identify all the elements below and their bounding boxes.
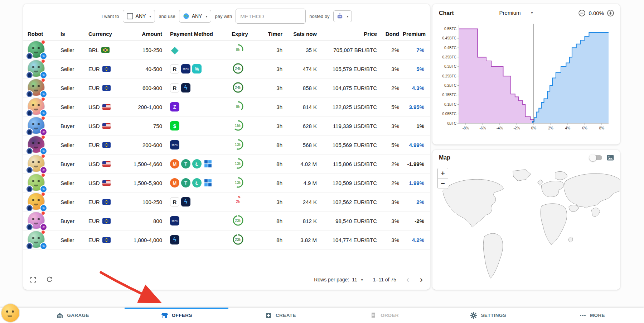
bottom-navigation-bar: GARAGE OFFERS CREATE ORDER SETTINGS MORE: [0, 308, 644, 323]
map-zoom-out-button[interactable]: −: [438, 179, 448, 189]
zoom-out-premium-icon[interactable]: [578, 9, 586, 17]
robot-avatar[interactable]: »: [28, 193, 45, 211]
status-dot: [42, 60, 45, 63]
map-zoom-control: + −: [437, 168, 448, 189]
zoom-in-premium-icon[interactable]: [607, 9, 614, 17]
expiry-ring: 24h: [232, 81, 244, 94]
flag-eu: [102, 142, 111, 148]
robot-avatar[interactable]: «: [28, 155, 45, 173]
robot-avatar[interactable]: »: [28, 174, 45, 192]
payment-method-icon-monero: M: [170, 159, 179, 168]
table-row[interactable]: »SellerEUR100-250Rϟ2h3h244 K102,562 EUR/…: [23, 193, 430, 212]
cell-bond: 2%: [381, 161, 403, 167]
column-header-robot[interactable]: Robot: [23, 31, 56, 37]
buy-sell-select[interactable]: ANY ▾: [123, 10, 155, 23]
seller-badge-icon: »: [40, 52, 47, 60]
tab-label: OFFERS: [172, 313, 192, 318]
cell-is: Buyer: [56, 123, 84, 129]
column-header-amount[interactable]: Amount: [120, 31, 166, 37]
tab-create[interactable]: CREATE: [228, 308, 332, 323]
currency-select[interactable]: ANY ▾: [179, 10, 212, 23]
robot-avatar[interactable]: »: [28, 60, 45, 78]
fullscreen-icon[interactable]: [30, 276, 37, 283]
map-layer-toggle[interactable]: [590, 155, 602, 160]
map-header: Map: [432, 150, 620, 164]
cell-amount: 100-250: [120, 199, 166, 205]
payment-method-icon-litecoin: Ł: [192, 178, 202, 187]
cell-amount: 600-900: [120, 85, 166, 91]
pagination-range-label: 1–11 of 75: [373, 277, 396, 282]
table-row[interactable]: »SellerEUR1,800-4,000ϟ23h8h3.82 M104,774…: [23, 231, 430, 250]
svg-text:23h: 23h: [235, 218, 241, 223]
svg-text:0.15BTC: 0.15BTC: [442, 93, 456, 97]
cell-expiry: 15h: [227, 119, 259, 133]
chart-metric-select[interactable]: Premium ▾: [499, 9, 534, 17]
column-header-timer[interactable]: Timer: [259, 31, 286, 37]
coordinator-badge-icon: [26, 147, 33, 155]
cell-is: Seller: [56, 104, 84, 110]
status-dot: [42, 174, 45, 177]
chevron-down-icon: ▾: [149, 14, 151, 18]
next-page-button[interactable]: ›: [420, 275, 423, 284]
table-row[interactable]: »SellerUSD1,500-5,900MTŁ13h8h4.9 M120,50…: [23, 174, 430, 193]
flag-us: [102, 104, 111, 110]
payment-method-input[interactable]: [236, 9, 306, 24]
column-header-bond[interactable]: Bond: [381, 31, 403, 37]
table-row[interactable]: «BuyerUSD1,500-4,660MTŁ13h8h4.02 M115,80…: [23, 155, 430, 174]
table-row[interactable]: »SellerEUR200-600SEPA13h8h568 K105,569 E…: [23, 136, 430, 155]
payment-method-icon-sepa: SEPA: [181, 64, 190, 73]
column-header-premium[interactable]: Premium: [403, 31, 430, 37]
robot-avatar[interactable]: »: [28, 79, 45, 97]
table-row[interactable]: »SellerBRL150-250◆8h3h35 K705,007 BRL/BT…: [23, 41, 430, 60]
payment-method-icon-revolut: R: [170, 64, 179, 73]
avatar-eye: [6, 310, 8, 313]
robot-avatar[interactable]: »: [28, 136, 45, 154]
cell-payment-methods: ϟ: [166, 235, 227, 244]
column-header-currency[interactable]: Currency: [84, 31, 120, 37]
seller-badge-icon: »: [40, 71, 47, 79]
tab-offers[interactable]: OFFERS: [125, 308, 228, 323]
cell-amount: 800: [120, 218, 166, 224]
satellite-image-icon[interactable]: [606, 154, 614, 161]
table-row[interactable]: »SellerEUR600-900Rϟ24h3h858 K104,875 EUR…: [23, 79, 430, 98]
column-header-price[interactable]: Price: [320, 31, 381, 37]
world-map[interactable]: + −: [432, 164, 620, 290]
tab-settings[interactable]: SETTINGS: [436, 308, 540, 323]
svg-text:-2%: -2%: [514, 126, 520, 130]
hosted-by-label: hosted by: [309, 14, 329, 19]
robot-avatar[interactable]: «: [28, 117, 45, 135]
tab-garage[interactable]: GARAGE: [21, 308, 125, 323]
cell-premium: 5%: [403, 66, 430, 72]
cell-currency: EUR: [84, 85, 120, 91]
table-row[interactable]: »SellerUSD200-1,000Z9h3h814 K122,825 USD…: [23, 98, 430, 117]
map-zoom-in-button[interactable]: +: [438, 168, 448, 179]
cell-amount: 200-1,000: [120, 104, 166, 110]
column-header-sats-now[interactable]: Sats now: [286, 31, 320, 37]
table-row[interactable]: «BuyerEUR800SEPA23h8h812 K98,540 EUR/BTC…: [23, 212, 430, 231]
robot-avatar[interactable]: «: [28, 212, 45, 230]
hosted-by-select[interactable]: ▾: [333, 10, 352, 22]
robot-avatar[interactable]: »: [28, 231, 45, 249]
refresh-icon[interactable]: [46, 276, 53, 283]
cell-sats-now: 812 K: [286, 218, 320, 224]
payment-method-icon-revolut: R: [170, 83, 179, 92]
rows-per-page-control[interactable]: Rows per page: 11 ▾: [314, 277, 363, 282]
svg-text:-6%: -6%: [480, 126, 486, 130]
column-header-is[interactable]: Is: [56, 31, 84, 37]
column-header-payment-method[interactable]: Payment Method: [166, 31, 227, 37]
cell-expiry: 8h: [227, 43, 259, 57]
flag-eu: [102, 199, 111, 205]
chart-card: Chart Premium ▾ 0.00% 0BTC0.05BTC0.1BTC0…: [432, 4, 620, 144]
column-header-expiry[interactable]: Expiry: [227, 31, 259, 37]
table-row[interactable]: »SellerEUR40-500RSEPA%24h3h474 K105,579 …: [23, 60, 430, 79]
receipt-icon: [370, 312, 377, 319]
table-row[interactable]: «BuyerUSD750$15h3h628 K119,339 USD/BTC3%…: [23, 117, 430, 136]
robot-avatar[interactable]: »: [28, 41, 45, 59]
coordinator-badge-icon: [26, 52, 33, 60]
profile-avatar[interactable]: [1, 303, 20, 323]
tab-more[interactable]: MORE: [540, 308, 644, 323]
payment-method-icon-strike: ϟ: [181, 83, 190, 92]
map-title: Map: [439, 155, 450, 161]
robot-avatar[interactable]: »: [28, 98, 45, 116]
previous-page-button[interactable]: ‹: [406, 275, 409, 284]
